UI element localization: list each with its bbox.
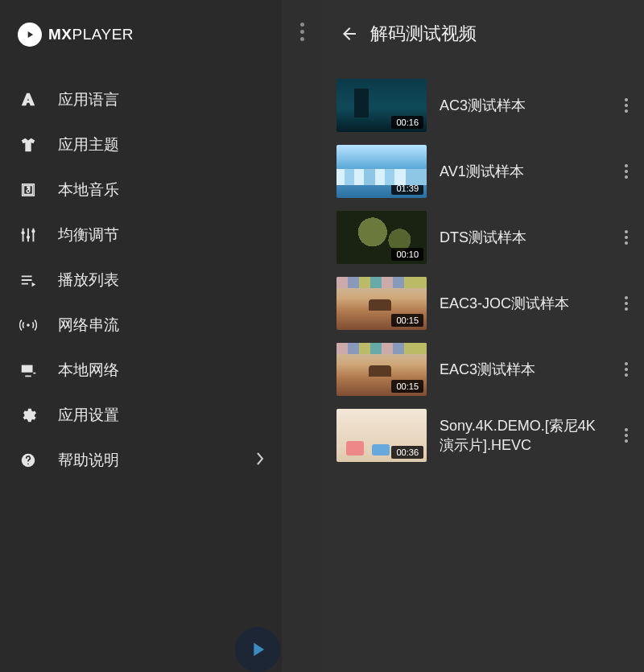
- video-more-button[interactable]: [612, 98, 641, 113]
- music-icon: [18, 179, 39, 200]
- video-thumbnail: 01:39: [336, 145, 427, 198]
- svg-point-0: [21, 231, 24, 234]
- video-title: DTS测试样本: [440, 228, 612, 247]
- stream-icon: [18, 315, 39, 336]
- video-duration: 00:10: [391, 248, 423, 261]
- main-panel: 解码测试视频 00:16AC3测试样本01:39AV1测试样本00:10DTS测…: [322, 0, 644, 672]
- sidebar-item-label: 应用主题: [58, 134, 264, 155]
- video-thumbnail: 00:15: [336, 277, 427, 330]
- video-thumbnail: 00:15: [336, 343, 427, 396]
- video-more-button[interactable]: [612, 296, 641, 311]
- video-title: EAC3测试样本: [440, 360, 612, 379]
- chevron-right-icon: [256, 452, 264, 468]
- divider-strip: [282, 0, 322, 672]
- sidebar-item-label: 应用设置: [58, 405, 264, 426]
- font-icon: [18, 89, 39, 110]
- sidebar-item-label: 本地网络: [58, 360, 264, 381]
- video-more-button[interactable]: [612, 164, 641, 179]
- video-row[interactable]: 00:15EAC3测试样本: [333, 336, 644, 402]
- settings-icon: [18, 405, 39, 426]
- svg-point-3: [27, 324, 30, 327]
- play-fab-button[interactable]: [235, 627, 280, 672]
- sidebar-item-3[interactable]: 均衡调节: [0, 212, 282, 258]
- video-row[interactable]: 01:39AV1测试样本: [333, 138, 644, 204]
- video-duration: 00:36: [391, 446, 423, 459]
- play-logo-icon: [18, 23, 42, 47]
- video-more-button[interactable]: [612, 362, 641, 377]
- sidebar-item-8[interactable]: 帮助说明: [0, 438, 282, 483]
- back-button[interactable]: [332, 16, 367, 52]
- overflow-menu-button[interactable]: [300, 23, 304, 672]
- video-row[interactable]: 00:10DTS测试样本: [333, 204, 644, 270]
- video-thumbnail: 00:10: [336, 211, 427, 264]
- app-logo: MXPLAYER: [0, 0, 282, 69]
- video-title: Sony.4K.DEMO.[索尼4K演示片].HEVC: [440, 416, 612, 456]
- sidebar-item-label: 应用语言: [58, 89, 264, 110]
- video-thumbnail: 00:16: [336, 79, 427, 132]
- topbar: 解码测试视频: [322, 0, 644, 68]
- playlist-icon: [18, 270, 39, 291]
- video-duration: 00:15: [391, 314, 423, 327]
- sidebar-item-label: 本地音乐: [58, 179, 264, 200]
- sidebar-item-7[interactable]: 应用设置: [0, 393, 282, 438]
- equalizer-icon: [18, 225, 39, 245]
- sidebar-item-6[interactable]: 本地网络: [0, 348, 282, 393]
- sidebar-item-2[interactable]: 本地音乐: [0, 167, 282, 212]
- video-row[interactable]: 00:16AC3测试样本: [333, 72, 644, 138]
- sidebar-item-label: 帮助说明: [58, 450, 256, 471]
- svg-point-1: [27, 236, 30, 239]
- app-name: MXPLAYER: [48, 26, 134, 43]
- sidebar-item-5[interactable]: 网络串流: [0, 303, 282, 348]
- video-duration: 00:15: [391, 380, 423, 393]
- sidebar-item-label: 网络串流: [58, 315, 264, 336]
- video-more-button[interactable]: [612, 428, 641, 443]
- help-icon: [18, 450, 39, 471]
- shirt-icon: [18, 134, 39, 155]
- video-duration: 00:16: [391, 116, 423, 129]
- video-thumbnail: 00:36: [336, 409, 427, 462]
- video-title: EAC3-JOC测试样本: [440, 294, 612, 313]
- sidebar-item-label: 播放列表: [58, 270, 264, 291]
- video-title: AC3测试样本: [440, 96, 612, 115]
- video-list: 00:16AC3测试样本01:39AV1测试样本00:10DTS测试样本00:1…: [322, 68, 644, 468]
- sidebar-item-1[interactable]: 应用主题: [0, 122, 282, 167]
- video-duration: 01:39: [391, 182, 423, 195]
- sidebar-item-0[interactable]: 应用语言: [0, 77, 282, 122]
- sidebar-item-label: 均衡调节: [58, 225, 264, 245]
- svg-point-2: [31, 229, 35, 233]
- network-icon: [18, 360, 39, 381]
- page-title: 解码测试视频: [370, 22, 477, 46]
- video-row[interactable]: 00:36Sony.4K.DEMO.[索尼4K演示片].HEVC: [333, 402, 644, 468]
- sidebar-item-4[interactable]: 播放列表: [0, 258, 282, 303]
- sidebar: MXPLAYER 应用语言应用主题本地音乐均衡调节播放列表网络串流本地网络应用设…: [0, 0, 282, 672]
- video-title: AV1测试样本: [440, 162, 612, 181]
- video-row[interactable]: 00:15EAC3-JOC测试样本: [333, 270, 644, 336]
- video-more-button[interactable]: [612, 230, 641, 245]
